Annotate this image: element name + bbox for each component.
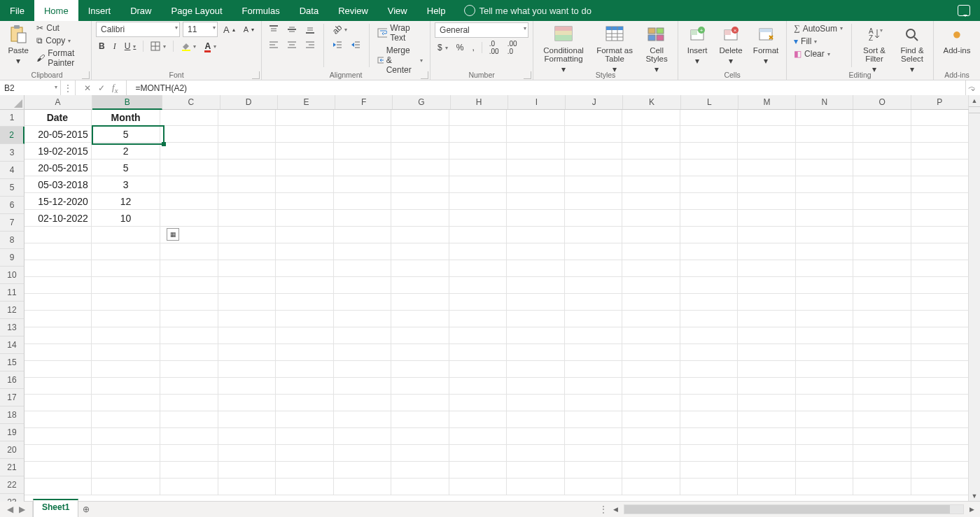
tab-help[interactable]: Help	[417, 0, 456, 21]
cell[interactable]	[565, 176, 622, 193]
row-header[interactable]: 18	[0, 406, 24, 424]
cell[interactable]	[622, 176, 680, 193]
cell[interactable]	[218, 479, 276, 495]
accept-formula-button[interactable]: ✓	[98, 83, 105, 93]
cell[interactable]	[449, 462, 507, 479]
cell[interactable]	[738, 176, 795, 193]
cell[interactable]	[565, 462, 622, 479]
cell[interactable]	[680, 277, 738, 294]
cell[interactable]	[507, 277, 564, 294]
cell[interactable]	[334, 311, 391, 327]
wrap-text-button[interactable]: Wrap Text	[374, 22, 426, 43]
cell[interactable]	[449, 378, 507, 395]
cell[interactable]	[92, 344, 161, 361]
cell[interactable]	[160, 243, 218, 260]
delete-cells-button[interactable]: × Delete▾	[716, 22, 746, 66]
cell[interactable]	[218, 361, 276, 378]
cell[interactable]	[853, 327, 911, 344]
cell[interactable]	[738, 160, 795, 176]
cell[interactable]	[276, 428, 333, 445]
cell[interactable]	[276, 378, 333, 395]
cell[interactable]	[796, 479, 853, 495]
cell[interactable]	[911, 479, 969, 495]
cell[interactable]	[738, 227, 795, 243]
column-header[interactable]: J	[566, 95, 623, 109]
cell[interactable]	[160, 445, 218, 462]
cell[interactable]	[160, 428, 218, 445]
tab-view[interactable]: View	[378, 0, 417, 21]
borders-button[interactable]: ▾	[148, 41, 169, 52]
cell[interactable]	[680, 243, 738, 260]
cell[interactable]	[334, 109, 391, 126]
cell[interactable]	[738, 311, 795, 327]
cell[interactable]	[391, 327, 449, 344]
cell[interactable]	[622, 411, 680, 428]
format-painter-button[interactable]: 🖌 Format Painter	[34, 48, 87, 69]
cell[interactable]	[853, 445, 911, 462]
cell[interactable]	[391, 210, 449, 227]
cell[interactable]	[738, 411, 795, 428]
cell[interactable]	[622, 378, 680, 395]
cell[interactable]	[24, 243, 92, 260]
cell[interactable]	[738, 126, 795, 143]
cell[interactable]	[391, 143, 449, 160]
format-cells-button[interactable]: Format▾	[750, 22, 782, 66]
decrease-decimal-button[interactable]: .00.0	[505, 39, 520, 56]
cell[interactable]	[622, 311, 680, 327]
cell[interactable]	[160, 411, 218, 428]
cell[interactable]	[334, 193, 391, 210]
cell[interactable]	[92, 395, 161, 411]
cell[interactable]	[449, 176, 507, 193]
column-header[interactable]: M	[738, 95, 796, 109]
cell[interactable]	[853, 428, 911, 445]
cell[interactable]	[853, 479, 911, 495]
cell[interactable]	[853, 294, 911, 311]
tab-review[interactable]: Review	[328, 0, 378, 21]
fx-icon[interactable]: fx	[112, 82, 118, 94]
cell[interactable]	[334, 143, 391, 160]
row-header[interactable]: 8	[0, 232, 24, 249]
cell[interactable]	[507, 210, 564, 227]
cell[interactable]	[218, 176, 276, 193]
cell[interactable]	[449, 277, 507, 294]
cell[interactable]	[565, 411, 622, 428]
cell[interactable]	[565, 260, 622, 277]
cell[interactable]	[507, 176, 564, 193]
cell[interactable]: 02-10-2022	[24, 210, 92, 227]
percent-format-button[interactable]: %	[454, 42, 467, 53]
cancel-formula-button[interactable]: ✕	[84, 83, 91, 93]
cell[interactable]	[334, 243, 391, 260]
cell[interactable]: 2	[92, 143, 161, 160]
align-center-button[interactable]	[284, 39, 300, 50]
cell[interactable]	[276, 445, 333, 462]
cell[interactable]	[911, 395, 969, 411]
cell[interactable]	[853, 378, 911, 395]
cell[interactable]	[507, 294, 564, 311]
cell[interactable]	[796, 361, 853, 378]
cell[interactable]	[24, 428, 92, 445]
column-header[interactable]: H	[451, 95, 508, 109]
cell[interactable]	[565, 344, 622, 361]
cell[interactable]	[680, 176, 738, 193]
vertical-scrollbar[interactable]: ▲ ▼	[968, 95, 980, 502]
cell[interactable]	[853, 143, 911, 160]
cell[interactable]	[218, 126, 276, 143]
cell[interactable]	[449, 411, 507, 428]
cell[interactable]	[160, 462, 218, 479]
scroll-down-button[interactable]: ▼	[972, 490, 978, 502]
cell[interactable]	[391, 361, 449, 378]
sheet-tab-active[interactable]: Sheet1	[33, 499, 78, 517]
comments-icon[interactable]	[958, 5, 970, 16]
cell[interactable]	[853, 160, 911, 176]
copy-button[interactable]: ⧉ Copy ▾	[34, 35, 87, 46]
row-header[interactable]: 12	[0, 302, 24, 319]
cell[interactable]	[853, 260, 911, 277]
cell[interactable]	[680, 378, 738, 395]
cell[interactable]	[449, 193, 507, 210]
addins-button[interactable]: ● Add-ins	[938, 22, 976, 55]
cell[interactable]	[92, 311, 161, 327]
cell[interactable]	[160, 277, 218, 294]
cell[interactable]	[276, 462, 333, 479]
column-header[interactable]: L	[681, 95, 738, 109]
column-header[interactable]: F	[335, 95, 393, 109]
